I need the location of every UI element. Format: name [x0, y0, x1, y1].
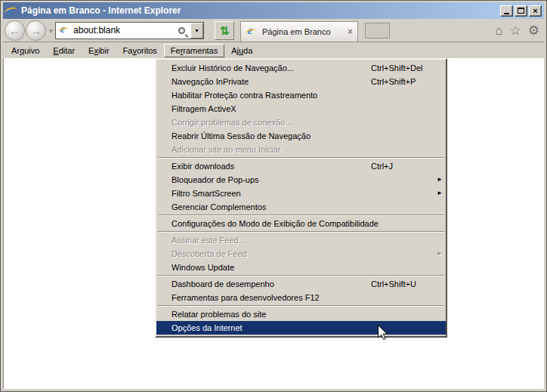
tab-close-icon[interactable]: ×: [348, 26, 353, 37]
address-bar: e ▼: [55, 22, 204, 39]
menubar-item-favoritos[interactable]: Favoritos: [116, 44, 164, 57]
menu-item: Corrigir problemas de conexão...: [156, 116, 446, 129]
menu-item[interactable]: Relatar problemas do site: [156, 307, 446, 321]
menu-item[interactable]: Opções da Internet: [156, 321, 446, 335]
menu-item-label: Excluir Histórico de Navegação...: [172, 61, 294, 75]
page-favicon-icon: e: [59, 25, 70, 35]
menu-item[interactable]: Filtragem ActiveX: [156, 102, 446, 116]
menu-item[interactable]: Excluir Histórico de Navegação...Ctrl+Sh…: [156, 61, 446, 75]
menu-item[interactable]: Gerenciar Complementos: [156, 200, 446, 214]
menu-bar: ArquivoEditarExibirFavoritosFerramentasA…: [3, 42, 544, 58]
menu-item-label: Habilitar Proteção contra Rastreamento: [172, 88, 317, 102]
tools-menu: Excluir Histórico de Navegação...Ctrl+Sh…: [155, 58, 447, 338]
mouse-cursor: [378, 325, 388, 341]
menubar-item-editar[interactable]: Editar: [46, 44, 82, 57]
menu-item[interactable]: Filtro SmartScreen►: [156, 187, 446, 200]
menu-item-label: Bloqueador de Pop-ups: [172, 173, 259, 187]
ie-logo-icon: e: [5, 5, 17, 17]
menu-item-shortcut: Ctrl+Shift+P: [371, 75, 416, 88]
menubar-item-exibir[interactable]: Exibir: [82, 44, 116, 57]
menu-item: Descoberta de Feed►: [156, 247, 446, 261]
window-controls: ×: [500, 5, 542, 17]
menu-item: Adicionar site ao menu Iniciar: [156, 143, 446, 156]
recent-pages-chevron-icon[interactable]: ▾: [49, 26, 53, 35]
menu-item-label: Windows Update: [172, 261, 234, 274]
window-title: Página em Branco - Internet Explorer: [21, 5, 181, 16]
menu-item-label: Opções da Internet: [172, 321, 243, 335]
menu-item-label: Filtragem ActiveX: [172, 102, 236, 116]
refresh-icon: ⇅: [220, 25, 230, 36]
menu-item-label: Corrigir problemas de conexão...: [172, 116, 292, 129]
submenu-arrow-icon: ►: [437, 173, 443, 187]
close-icon: ×: [533, 7, 537, 14]
menu-separator: [158, 305, 444, 307]
maximize-icon: [518, 8, 524, 14]
menu-item-label: Exibir downloads: [172, 159, 234, 173]
menu-item: Assinar este Feed...: [156, 233, 446, 247]
menu-separator: [158, 275, 444, 276]
new-tab-button[interactable]: [365, 23, 390, 39]
menu-item-label: Navegação InPrivate: [172, 75, 249, 88]
menu-item-label: Ferramentas para desenvolvedores F12: [172, 291, 320, 304]
menu-item-label: Assinar este Feed...: [172, 233, 246, 247]
menubar-item-ajuda[interactable]: Ajuda: [224, 44, 259, 57]
menu-item-shortcut: Ctrl+Shift+U: [371, 277, 416, 291]
favorites-star-icon[interactable]: ☆: [510, 24, 521, 37]
menubar-item-ferramentas[interactable]: Ferramentas: [164, 44, 224, 57]
menu-item-shortcut: Ctrl+J: [371, 159, 393, 173]
menu-item-label: Reabrir Última Sessão de Navegação: [172, 129, 311, 143]
gear-icon[interactable]: ⚙: [528, 24, 539, 37]
close-button[interactable]: ×: [529, 5, 542, 17]
menu-item[interactable]: Habilitar Proteção contra Rastreamento: [156, 88, 446, 102]
forward-button[interactable]: →: [26, 20, 46, 41]
menu-item[interactable]: Windows Update: [156, 261, 446, 274]
menu-item-label: Configurações do Modo de Exibição de Com…: [172, 217, 379, 230]
address-dropdown-button[interactable]: ▼: [190, 23, 203, 39]
menu-item[interactable]: Dashboard de desempenhoCtrl+Shift+U: [156, 277, 446, 291]
menubar-item-arquivo[interactable]: Arquivo: [5, 44, 46, 57]
menu-item[interactable]: Bloqueador de Pop-ups►: [156, 173, 446, 187]
navigation-bar: ← → ▾ e ▼ ⇅ e Página em Branco × ⌂ ☆ ⚙: [3, 19, 544, 42]
menu-item-shortcut: Ctrl+Shift+Del: [371, 61, 422, 75]
menu-item[interactable]: Exibir downloadsCtrl+J: [156, 159, 446, 173]
refresh-button[interactable]: ⇅: [215, 21, 234, 40]
menu-separator: [158, 231, 444, 233]
home-icon[interactable]: ⌂: [495, 24, 502, 37]
submenu-arrow-icon: ►: [437, 247, 443, 261]
maximize-button[interactable]: [515, 5, 527, 17]
menu-item-label: Adicionar site ao menu Iniciar: [172, 143, 280, 156]
menu-item[interactable]: Navegação InPrivateCtrl+Shift+P: [156, 75, 446, 88]
address-input[interactable]: [70, 25, 178, 35]
minimize-icon: [504, 13, 509, 14]
menu-separator: [158, 157, 444, 159]
menu-item[interactable]: Reabrir Última Sessão de Navegação: [156, 129, 446, 143]
menu-item[interactable]: Configurações do Modo de Exibição de Com…: [156, 217, 446, 230]
menu-item-label: Gerenciar Complementos: [172, 200, 266, 214]
menu-item-label: Dashboard de desempenho: [172, 277, 274, 291]
submenu-arrow-icon: ►: [437, 187, 443, 200]
back-button[interactable]: ←: [5, 20, 25, 41]
menu-item[interactable]: Ferramentas para desenvolvedores F12: [156, 291, 446, 304]
command-icons: ⌂ ☆ ⚙: [495, 24, 539, 37]
forward-icon: →: [30, 25, 42, 36]
menu-item-label: Filtro SmartScreen: [172, 187, 241, 200]
menu-item-label: Descoberta de Feed: [172, 247, 247, 261]
menu-separator: [158, 215, 444, 216]
title-bar: e Página em Branco - Internet Explorer ×: [3, 2, 544, 19]
search-icon[interactable]: [178, 27, 185, 34]
tab-pagina-em-branco[interactable]: e Página em Branco ×: [240, 21, 358, 42]
tab-title: Página em Branco: [262, 27, 345, 36]
dropdown-arrow-icon: ▼: [194, 28, 199, 33]
menu-item-label: Relatar problemas do site: [172, 307, 266, 321]
minimize-button[interactable]: [500, 5, 513, 17]
back-icon: ←: [9, 25, 20, 36]
tab-favicon-icon: e: [246, 26, 257, 37]
